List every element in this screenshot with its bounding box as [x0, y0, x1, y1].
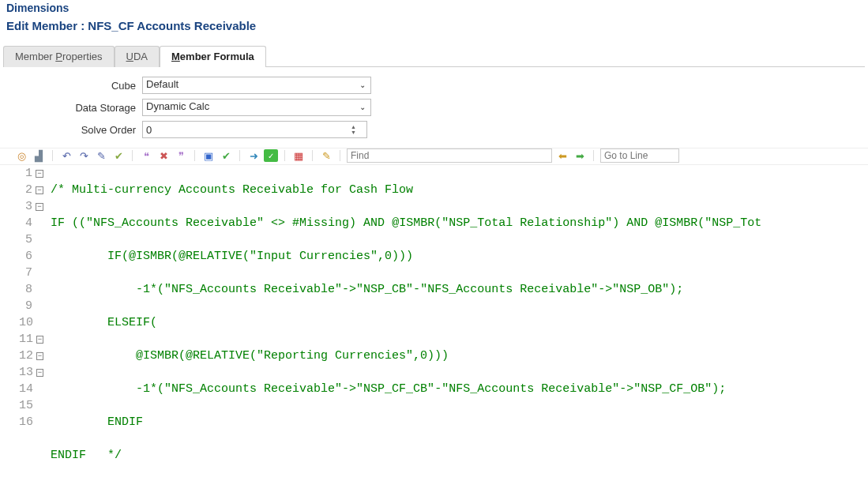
fold-icon[interactable]: − — [36, 352, 43, 360]
cube-label: Cube — [0, 80, 142, 92]
storage-select[interactable]: Dynamic Calc⌄ — [142, 99, 371, 116]
spinner-up-icon[interactable]: ▲ — [351, 124, 362, 130]
editor-toolbar: ◎ ▟ ↶ ↷ ✎ ✔ ❝ ✖ ❞ ▣ ✔ ➜ ✓ ▦ ✎ ⬅ ➡ — [0, 148, 868, 165]
tab-member-formula[interactable]: Member Formula — [160, 46, 266, 67]
toolbar-icon[interactable]: ✎ — [319, 149, 333, 162]
breadcrumb[interactable]: Dimensions — [6, 2, 862, 14]
toolbar-icon[interactable]: ✔ — [219, 149, 233, 162]
redo-icon[interactable]: ↷ — [77, 149, 91, 162]
toolbar-icon[interactable]: ✔ — [111, 149, 126, 162]
validate-icon[interactable]: ✓ — [264, 149, 278, 162]
comment-icon[interactable]: ❝ — [139, 149, 153, 162]
toolbar-icon[interactable]: ➜ — [246, 149, 261, 162]
chevron-down-icon: ⌄ — [359, 103, 366, 111]
search-prev-icon[interactable]: ⬅ — [555, 149, 569, 162]
toolbar-icon[interactable]: ▦ — [291, 149, 306, 162]
fold-icon[interactable]: − — [36, 170, 43, 178]
toolbar-icon[interactable]: ❞ — [174, 149, 188, 162]
undo-icon[interactable]: ↶ — [59, 149, 73, 162]
tab-member-properties[interactable]: Member Properties — [3, 46, 115, 67]
solve-order-label: Solve Order — [0, 124, 142, 136]
goto-line-input[interactable] — [600, 148, 679, 163]
code-area[interactable]: /* Multi-currency Accounts Receivable fo… — [46, 165, 862, 481]
code-editor[interactable]: 1− 2− 3− 4 5 6 7 8 9 10 11− 12− 13− 14 1… — [14, 165, 862, 481]
line-gutter: 1− 2− 3− 4 5 6 7 8 9 10 11− 12− 13− 14 1… — [14, 165, 46, 481]
toolbar-icon[interactable]: ✎ — [94, 149, 108, 162]
fold-icon[interactable]: − — [36, 369, 43, 377]
search-next-icon[interactable]: ➡ — [573, 149, 587, 162]
find-input[interactable] — [347, 148, 552, 163]
toolbar-icon[interactable]: ▣ — [201, 149, 216, 162]
cube-select[interactable]: Default⌄ — [142, 77, 371, 94]
toolbar-icon[interactable]: ◎ — [14, 149, 28, 162]
fold-icon[interactable]: − — [36, 186, 43, 194]
uncomment-icon[interactable]: ✖ — [156, 149, 171, 162]
storage-label: Data Storage — [0, 102, 142, 114]
spinner-down-icon[interactable]: ▼ — [351, 130, 362, 135]
fold-icon[interactable]: − — [36, 203, 43, 211]
solve-order-stepper[interactable]: 0 ▲▼ — [142, 121, 367, 138]
tab-bar: Member Properties UDA Member Formula — [3, 45, 865, 67]
tab-uda[interactable]: UDA — [115, 46, 160, 67]
chevron-down-icon: ⌄ — [359, 81, 366, 89]
fold-icon[interactable]: − — [36, 336, 43, 344]
toolbar-icon[interactable]: ▟ — [32, 149, 46, 162]
page-title: Edit Member : NFS_CF Accounts Receivable — [6, 19, 862, 32]
